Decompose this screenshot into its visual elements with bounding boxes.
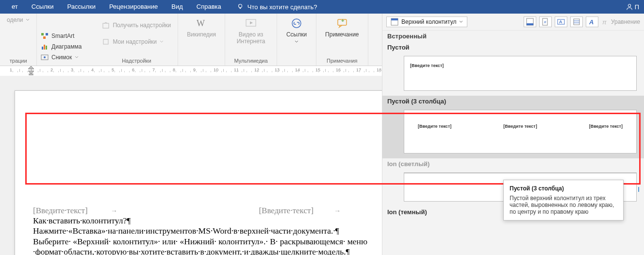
tab-arrow-icon: → <box>315 207 359 215</box>
textbox-icon: A <box>557 18 565 26</box>
store-icon <box>102 21 110 29</box>
placeholder-text: [Введите текст] <box>418 124 451 129</box>
svg-text:A: A <box>559 19 562 24</box>
tab-view[interactable]: Вид <box>165 0 190 14</box>
tab-mailings[interactable]: Рассылки <box>61 0 102 14</box>
svg-rect-12 <box>103 39 108 44</box>
get-addins-button[interactable]: Получить надстройки <box>100 20 173 30</box>
chevron-down-icon <box>26 18 30 22</box>
footer-icon <box>526 18 534 26</box>
video-icon <box>245 17 257 29</box>
comment-icon: + <box>336 17 348 29</box>
svg-text:A: A <box>589 18 594 26</box>
header-field-center[interactable]: [Введите·текст] <box>259 206 314 215</box>
tab-cut[interactable]: ет <box>5 0 25 14</box>
screenshot-icon <box>41 53 49 61</box>
ribbon-tabs: ет Ссылки Рассылки Рецензирование Вид Сп… <box>0 0 644 14</box>
footer-button[interactable] <box>524 17 536 27</box>
equation-button[interactable]: π Уравнение <box>601 17 640 27</box>
tab-arrow-icon: → <box>90 207 138 215</box>
svg-rect-25 <box>527 23 533 25</box>
puzzle-icon <box>102 38 110 46</box>
gallery-item-empty[interactable]: [Введите текст] <box>404 56 637 91</box>
placeholder-text: [Введите текст] <box>503 124 537 129</box>
header-field-row[interactable]: [Введите·текст] → [Введите·текст] → [Вве <box>33 206 432 216</box>
tooltip-body: Пустой верхний колонтитул из трех частей… <box>510 195 617 215</box>
gallery-cat-3col: Пустой (3 столбца) <box>382 96 644 107</box>
gallery-section-builtin: Встроенный <box>382 31 644 42</box>
header-icon <box>391 18 398 26</box>
svg-rect-3 <box>41 33 44 35</box>
screenshot-button[interactable]: Снимок <box>39 52 81 62</box>
svg-point-16 <box>292 19 301 28</box>
page-number-icon: # <box>542 18 549 26</box>
comment-button[interactable]: + Примечание <box>321 16 363 40</box>
equation-icon: π <box>601 18 609 26</box>
svg-point-10 <box>44 56 46 58</box>
svg-rect-6 <box>42 47 43 50</box>
svg-rect-1 <box>240 8 241 9</box>
textbox-button[interactable]: A <box>555 17 567 27</box>
placeholder-text: [Введите текст] <box>589 124 623 129</box>
gallery-cat-ion-light: Ion (светлый) <box>382 158 644 170</box>
links-button[interactable]: Ссылки <box>282 16 311 46</box>
svg-marker-20 <box>28 71 34 74</box>
svg-rect-23 <box>391 18 398 20</box>
wordart-icon: A <box>588 18 596 26</box>
chevron-down-icon <box>75 55 79 59</box>
parts-icon <box>573 18 580 26</box>
person-icon <box>626 3 633 10</box>
svg-rect-7 <box>44 45 45 50</box>
chart-icon <box>41 43 49 51</box>
svg-text:#: # <box>544 20 546 24</box>
chevron-down-icon <box>160 40 164 44</box>
document-body[interactable]: Как·вставить·колонтитул?¶Нажмите·«Вставк… <box>33 216 382 255</box>
group-label-illustrations: трации <box>5 57 32 66</box>
svg-rect-21 <box>29 74 33 75</box>
group-label-addins: Надстройки <box>100 57 173 66</box>
svg-text:W: W <box>197 18 205 28</box>
wikipedia-icon: W <box>196 17 207 29</box>
svg-point-2 <box>628 4 630 7</box>
quick-parts-button[interactable] <box>570 17 583 27</box>
placeholder-text: [Введите текст] <box>410 63 444 68</box>
svg-rect-4 <box>46 33 48 35</box>
svg-rect-30 <box>574 19 579 25</box>
link-icon <box>291 17 302 29</box>
svg-marker-19 <box>28 66 34 69</box>
svg-text:π: π <box>602 18 607 26</box>
my-addins-button[interactable]: Мои надстройки <box>100 37 173 47</box>
chevron-down-icon <box>459 20 463 24</box>
gallery-item-3col[interactable]: [Введите текст] [Введите текст] [Введите… <box>404 110 637 153</box>
header-dropdown[interactable]: Верхний колонтитул <box>386 17 467 27</box>
wikipedia-button[interactable]: W Википедия <box>183 16 220 40</box>
header-field-left[interactable]: [Введите·текст] <box>33 206 88 215</box>
lightbulb-icon <box>237 3 244 10</box>
group-label-comments: Примечания <box>321 57 363 66</box>
page-number-button[interactable]: # <box>539 17 552 27</box>
online-video-button[interactable]: Видео из Интернета <box>230 16 272 47</box>
tab-review[interactable]: Рецензирование <box>102 0 165 14</box>
user-label: П <box>635 3 639 11</box>
tell-me-label: Что вы хотите сделать? <box>248 3 317 11</box>
tell-me[interactable]: Что вы хотите сделать? <box>228 3 317 11</box>
svg-rect-11 <box>103 23 109 28</box>
tab-help[interactable]: Справка <box>190 0 228 14</box>
models-button[interactable]: одели <box>5 16 32 24</box>
tab-links[interactable]: Ссылки <box>25 0 61 14</box>
gallery-cat-empty: Пустой <box>382 42 644 53</box>
chart-button[interactable]: Диаграмма <box>39 42 83 51</box>
smartart-button[interactable]: SmartArt <box>39 31 76 41</box>
svg-marker-15 <box>250 21 253 24</box>
group-label-media: Мультимедиа <box>230 57 272 66</box>
smartart-icon <box>41 32 49 40</box>
tooltip: Пустой (3 столбца) Пустой верхний колонт… <box>503 180 624 221</box>
tooltip-title: Пустой (3 столбца) <box>510 185 617 192</box>
svg-rect-5 <box>43 36 46 39</box>
svg-point-0 <box>238 4 242 8</box>
chevron-down-icon <box>295 40 298 44</box>
wordart-button[interactable]: A <box>586 17 598 27</box>
svg-rect-8 <box>46 46 47 50</box>
svg-text:+: + <box>341 17 344 23</box>
user-account[interactable]: П <box>626 3 639 11</box>
